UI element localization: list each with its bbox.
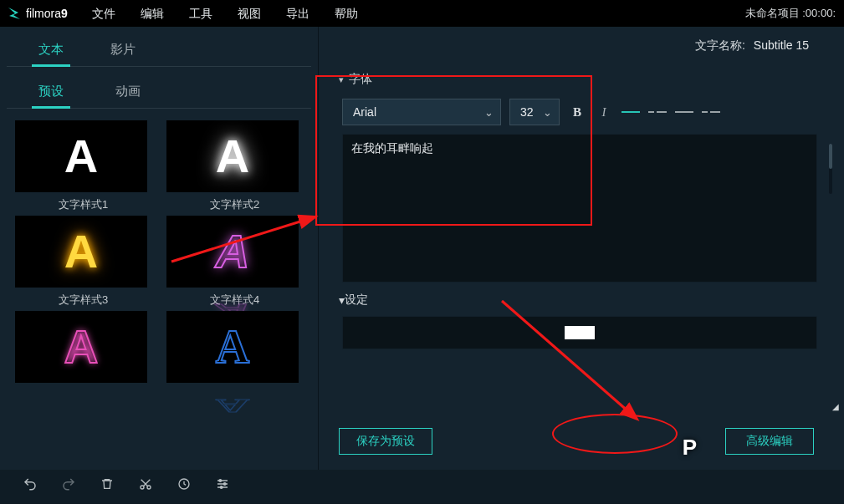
menu-export[interactable]: 导出 [274,0,322,27]
app-logo: filmora9 [0,6,79,21]
section-settings-label: 设定 [345,293,368,308]
tab-text[interactable]: 文本 [32,37,70,67]
preset-label: 文字样式2 [166,197,303,212]
preset-label: 文字样式1 [15,197,151,212]
menu-view[interactable]: 视图 [225,0,274,27]
menu-edit[interactable]: 编辑 [128,0,176,27]
bottom-toolbar [0,470,844,503]
app-name: filmora [26,7,61,20]
advanced-edit-button[interactable]: 高级编辑 [725,428,814,455]
right-panel: 文字名称: Subtitle 15 ▾ 字体 Arial ⌄ 32 ⌄ B I … [318,27,844,470]
italic-button[interactable]: I [595,103,613,121]
align-right-button[interactable] [675,103,693,121]
font-family-dropdown[interactable]: Arial ⌄ [342,99,501,125]
preset-thumb: A [166,311,299,383]
text-name-value: Subtitle 15 [754,38,809,52]
text-name-row: 文字名称: Subtitle 15 [695,38,809,53]
svg-point-3 [219,480,222,482]
subtab-anim[interactable]: 动画 [109,79,147,108]
font-family-value: Arial [353,105,376,119]
menu-file[interactable]: 文件 [79,0,128,27]
section-font-label: 字体 [349,72,372,87]
preset-thumb: A [15,120,147,192]
undo-icon[interactable] [22,476,38,492]
align-justify-button[interactable] [702,103,720,121]
resize-handle-icon[interactable]: ◢ [832,402,839,411]
section-font-header[interactable]: ▾ 字体 [335,65,817,92]
app-version: 9 [61,7,68,20]
preset-thumb: A [15,216,147,288]
svg-point-5 [220,486,223,489]
chevron-down-icon: ⌄ [543,106,552,119]
svg-point-4 [223,483,226,486]
delete-icon[interactable] [99,476,115,492]
tab-clip[interactable]: 影片 [104,37,142,66]
left-panel: 文本 影片 预设 动画 A 文字样式1 A 文字样式2 A 文字样式3 A 文字… [0,27,318,470]
preset-thumb: A [166,216,299,288]
redo-icon[interactable] [60,476,77,492]
font-size-value: 32 [520,105,534,119]
chevron-down-icon: ⌄ [484,106,494,119]
preset-item-1[interactable]: A 文字样式1 [15,120,151,212]
cut-icon[interactable] [137,476,154,492]
bold-button[interactable]: B [568,103,586,121]
preset-label: 文字样式3 [15,293,151,308]
align-left-button[interactable] [621,103,640,121]
save-as-preset-button[interactable]: 保存为预设 [339,428,432,455]
preset-thumb: A [15,311,147,383]
subtab-preset[interactable]: 预设 [32,79,70,109]
align-center-button[interactable] [648,103,667,121]
watermark-p-icon: P [683,435,697,461]
project-title-time: 未命名项目 :00:00: [745,6,836,21]
text-name-label: 文字名称: [695,38,745,52]
chevron-down-icon: ▾ [339,293,345,307]
preset-grid: A 文字样式1 A 文字样式2 A 文字样式3 A 文字样式4 A A [7,109,311,388]
preset-item-3[interactable]: A 文字样式3 [15,216,151,308]
menubar: filmora9 文件 编辑 工具 视图 导出 帮助 未命名项目 :00:00: [0,0,844,27]
history-icon[interactable] [176,476,192,492]
section-settings-header[interactable]: ▾ 设定 [335,283,817,316]
chevron-down-icon: ▾ [339,74,344,85]
preset-item-2[interactable]: A 文字样式2 [166,120,303,212]
color-swatch[interactable] [565,326,595,339]
menu-tools[interactable]: 工具 [176,0,225,27]
scrollbar[interactable] [829,144,832,194]
preset-item-5[interactable]: A [15,311,151,388]
preset-item-6[interactable]: A [166,311,303,388]
preset-item-4[interactable]: A 文字样式4 [166,216,303,308]
preset-thumb: A [166,120,299,192]
text-content-value: 在我的耳畔响起 [351,141,433,155]
menu-help[interactable]: 帮助 [322,0,371,27]
font-size-dropdown[interactable]: 32 ⌄ [509,99,560,125]
settings-icon[interactable] [214,476,231,492]
section-settings-body [342,316,817,349]
logo-icon [7,6,22,21]
text-content-textarea[interactable]: 在我的耳畔响起 [342,134,817,283]
